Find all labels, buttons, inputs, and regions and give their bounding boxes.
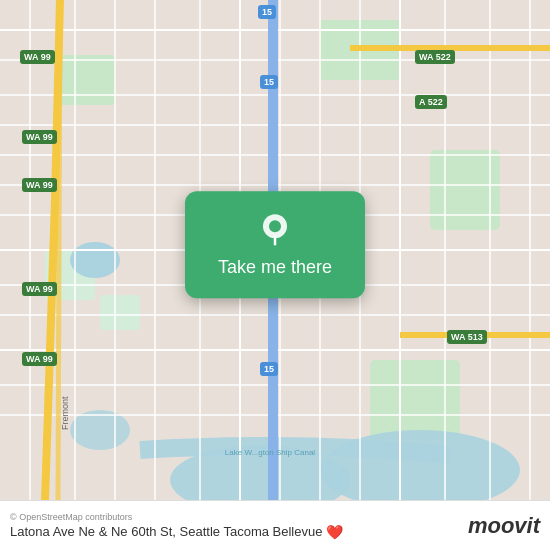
highway-shield-wa99-1: WA 99 [20,50,55,64]
svg-rect-1 [55,55,115,105]
highway-shield-wa99-4: WA 99 [22,282,57,296]
location-pin-icon [257,211,293,247]
moovit-text: moovit [468,513,540,539]
take-me-there-button[interactable]: Take me there [218,257,332,278]
copyright-text: © OpenStreetMap contributors [10,512,343,522]
highway-shield-i15-top: 15 [258,5,276,19]
highway-shield-wa513: WA 513 [447,330,487,344]
map: Fremont Lake W...gton Ship Canal 15 WA 9… [0,0,550,500]
highway-shield-i15-2: 15 [260,75,278,89]
highway-shield-a522: A 522 [415,95,447,109]
highway-shield-i15-4: 15 [260,362,278,376]
svg-point-10 [70,242,120,278]
svg-text:Lake W...gton Ship Canal: Lake W...gton Ship Canal [225,448,316,457]
heart-icon: ❤️ [326,524,343,540]
location-text: Latona Ave Ne & Ne 60th St, Seattle Taco… [10,524,322,539]
svg-point-41 [269,220,281,232]
svg-point-9 [70,410,130,450]
footer-info: © OpenStreetMap contributors Latona Ave … [10,512,343,540]
footer: © OpenStreetMap contributors Latona Ave … [0,500,550,550]
navigation-card[interactable]: Take me there [185,191,365,298]
highway-shield-wa99-3: WA 99 [22,178,57,192]
highway-shield-wa522: WA 522 [415,50,455,64]
svg-rect-4 [100,295,140,330]
highway-shield-wa99-5: WA 99 [22,352,57,366]
svg-rect-6 [370,360,460,440]
moovit-logo: moovit [468,513,540,539]
highway-shield-wa99-2: WA 99 [22,130,57,144]
svg-text:Fremont: Fremont [60,396,70,430]
